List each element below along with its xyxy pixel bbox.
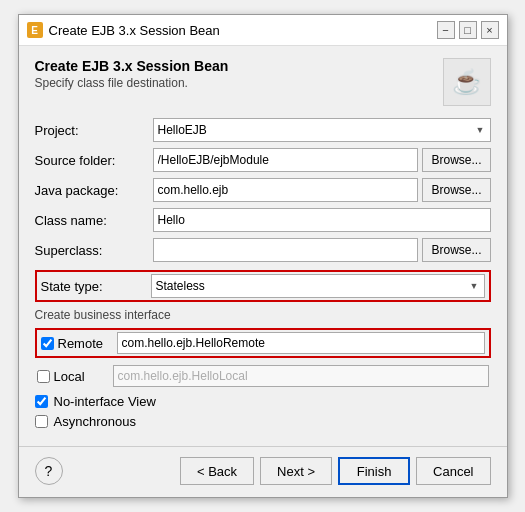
wizard-header: Create EJB 3.x Session Bean Specify clas… [35, 58, 491, 106]
cancel-button[interactable]: Cancel [416, 457, 490, 485]
remote-row: Remote [35, 328, 491, 358]
project-label: Project: [35, 123, 145, 138]
wizard-subtitle: Specify class file destination. [35, 76, 229, 90]
finish-button[interactable]: Finish [338, 457, 410, 485]
form-grid: Project: HelloEJB Source folder: Browse.… [35, 118, 491, 262]
wizard-icon: ☕ [443, 58, 491, 106]
help-button[interactable]: ? [35, 457, 63, 485]
next-button[interactable]: Next > [260, 457, 332, 485]
source-folder-label: Source folder: [35, 153, 145, 168]
remote-checkbox-label[interactable]: Remote [41, 336, 111, 351]
project-select[interactable]: HelloEJB [153, 118, 491, 142]
back-button[interactable]: < Back [180, 457, 254, 485]
superclass-row: Browse... [153, 238, 491, 262]
source-folder-row: Browse... [153, 148, 491, 172]
no-interface-checkbox[interactable] [35, 395, 48, 408]
class-name-label: Class name: [35, 213, 145, 228]
dialog-title: Create EJB 3.x Session Bean [49, 23, 220, 38]
dialog-window: E Create EJB 3.x Session Bean − □ × Crea… [18, 14, 508, 498]
local-checkbox[interactable] [37, 370, 50, 383]
footer-buttons: < Back Next > Finish Cancel [180, 457, 491, 485]
local-label: Local [54, 369, 85, 384]
project-row: HelloEJB [153, 118, 491, 142]
java-package-input[interactable] [153, 178, 419, 202]
no-interface-row[interactable]: No-interface View [35, 394, 491, 409]
state-type-select[interactable]: Stateless Stateful Singleton [151, 274, 485, 298]
project-select-wrapper: HelloEJB [153, 118, 491, 142]
java-package-browse-button[interactable]: Browse... [422, 178, 490, 202]
asynchronous-row[interactable]: Asynchronous [35, 414, 491, 429]
asynchronous-label: Asynchronous [54, 414, 136, 429]
ejb-icon: E [27, 22, 43, 38]
class-name-row [153, 208, 491, 232]
superclass-browse-button[interactable]: Browse... [422, 238, 490, 262]
state-type-section: State type: Stateless Stateful Singleton [35, 270, 491, 302]
superclass-label: Superclass: [35, 243, 145, 258]
state-type-label: State type: [41, 279, 143, 294]
section-label: Create business interface [35, 308, 491, 322]
java-package-label: Java package: [35, 183, 145, 198]
local-checkbox-label[interactable]: Local [37, 369, 107, 384]
maximize-button[interactable]: □ [459, 21, 477, 39]
minimize-button[interactable]: − [437, 21, 455, 39]
source-folder-browse-button[interactable]: Browse... [422, 148, 490, 172]
title-bar: E Create EJB 3.x Session Bean − □ × [19, 15, 507, 46]
remote-checkbox[interactable] [41, 337, 54, 350]
local-row: Local [35, 363, 491, 389]
title-bar-left: E Create EJB 3.x Session Bean [27, 22, 220, 38]
class-name-input[interactable] [153, 208, 491, 232]
java-package-row: Browse... [153, 178, 491, 202]
superclass-input[interactable] [153, 238, 419, 262]
dialog-footer: ? < Back Next > Finish Cancel [19, 446, 507, 497]
wizard-header-text: Create EJB 3.x Session Bean Specify clas… [35, 58, 229, 90]
dialog-body: Create EJB 3.x Session Bean Specify clas… [19, 46, 507, 446]
source-folder-input[interactable] [153, 148, 419, 172]
asynchronous-checkbox[interactable] [35, 415, 48, 428]
state-type-select-wrapper: Stateless Stateful Singleton [151, 274, 485, 298]
business-interface-section: Create business interface Remote Local [35, 308, 491, 429]
local-input[interactable] [113, 365, 489, 387]
close-button[interactable]: × [481, 21, 499, 39]
remote-label: Remote [58, 336, 104, 351]
wizard-title: Create EJB 3.x Session Bean [35, 58, 229, 74]
no-interface-label: No-interface View [54, 394, 156, 409]
title-bar-controls: − □ × [437, 21, 499, 39]
remote-input[interactable] [117, 332, 485, 354]
